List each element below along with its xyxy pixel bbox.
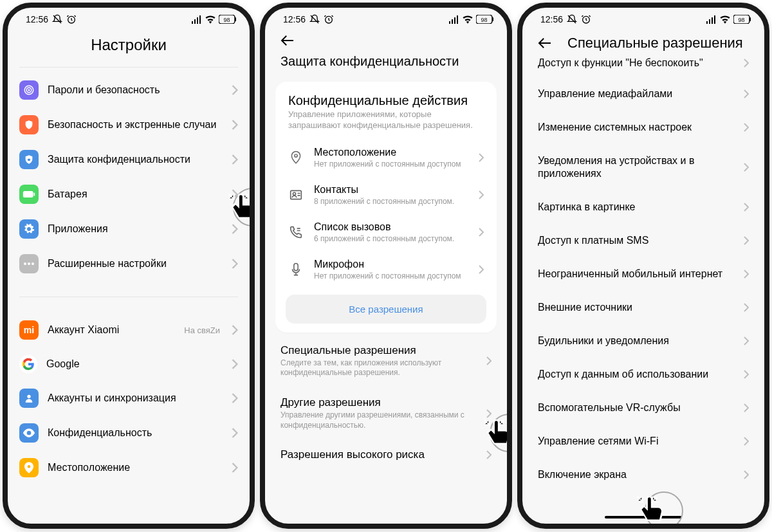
dnd-icon [567,14,577,24]
svg-point-27 [295,154,297,157]
chevron-right-icon [479,228,484,237]
card-title: Конфиденциальные действия [278,93,494,108]
lock-shield-icon [19,150,39,169]
permission-label: Неограниченный мобильный интернет [538,268,737,280]
chevron-right-icon [479,265,484,274]
row-special-permissions[interactable]: Специальные разрешенияСледите за тем, ка… [265,335,507,387]
back-icon[interactable] [538,37,552,49]
target-icon [19,80,39,100]
chevron-right-icon [486,409,492,418]
item-location[interactable]: Местоположение [8,450,250,485]
svg-rect-35 [714,15,715,24]
item-apps[interactable]: Приложения [8,212,250,246]
permission-item[interactable]: Внешние источники [522,291,764,324]
perm-contacts[interactable]: Контакты8 приложений с постоянным доступ… [278,176,494,214]
eye-icon [19,423,39,443]
svg-rect-3 [197,17,198,24]
battery-icon: 98 [476,15,494,24]
gear-icon [19,219,39,239]
item-passwords-security[interactable]: Пароли и безопасность [8,73,250,107]
mi-icon: mi [19,320,39,340]
item-battery[interactable]: Батарея [8,177,250,212]
permission-item[interactable]: Будильники и уведомления [522,324,764,358]
permission-item[interactable]: Картинка в картинке [522,190,764,224]
chevron-right-icon [744,203,749,212]
phone-privacy: 12:56 98 Защита конфиденциальности Конфи… [260,3,512,529]
permission-label: Включение экрана [538,468,737,481]
permission-item[interactable]: Доступ к данным об использовании [522,358,764,391]
svg-rect-21 [452,19,453,24]
header: Настройки [8,27,250,67]
settings-group-2: mi Аккаунт Xiaomi На свяZи Google Аккаун… [8,307,250,490]
permission-item[interactable]: Включение экрана [522,458,764,491]
svg-point-17 [27,395,30,398]
chevron-right-icon [479,190,484,199]
chevron-right-icon [232,85,238,95]
svg-point-16 [32,262,34,265]
user-icon [19,389,39,408]
chevron-right-icon [232,154,238,165]
chevron-right-icon [486,450,492,459]
perm-microphone[interactable]: МикрофонНет приложений с постоянным дост… [278,251,494,288]
phone-icon [288,225,304,240]
permission-label: Доступ к платным SMS [538,234,737,247]
permission-label: Изменение системных настроек [538,121,737,134]
svg-text:98: 98 [223,17,230,23]
pin-icon [19,458,39,477]
item-safety-emergency[interactable]: Безопасность и экстренные случаи [8,107,250,142]
chevron-right-icon [479,153,484,162]
svg-point-10 [28,89,30,91]
perm-location[interactable]: МестоположениеНет приложений с постоянны… [278,139,494,176]
alarm-icon [324,14,334,24]
item-privacy-protection[interactable]: Защита конфиденциальности [8,142,250,177]
wifi-icon [205,15,216,24]
dots-icon [19,254,39,273]
row-other-permissions[interactable]: Другие разрешенияУправление другими разр… [265,387,507,439]
statusbar: 12:56 98 [8,8,250,27]
permission-item[interactable]: Неограниченный мобильный интернет [522,257,764,291]
chevron-right-icon [232,428,238,438]
permission-item[interactable]: Управление сетями Wi-Fi [522,425,764,458]
permission-item[interactable]: Уведомления на устройствах и в приложени… [522,144,764,190]
mic-icon [288,262,304,277]
clock: 12:56 [540,14,563,24]
chevron-right-icon [744,59,749,68]
svg-rect-4 [199,15,201,24]
battery-icon: 98 [733,15,751,24]
item-xiaomi-account[interactable]: mi Аккаунт Xiaomi На свяZи [8,313,250,347]
row-high-risk-permissions[interactable]: Разрешения высокого риска [265,439,507,470]
phone-special-permissions: 12:56 98 Специальные разрешения Доступ к… [517,3,769,529]
svg-rect-22 [454,17,455,24]
permission-item[interactable]: Изменение системных настроек [522,111,764,144]
permission-item[interactable]: Доступ к платным SMS [522,224,764,257]
alarm-icon [66,14,77,24]
permission-item[interactable]: Управление медиафайлами [522,77,764,111]
chevron-right-icon [744,303,749,312]
svg-rect-33 [709,19,710,24]
item-advanced-settings[interactable]: Расширенные настройки [8,246,250,281]
clock: 12:56 [26,14,48,24]
svg-rect-23 [457,15,458,24]
item-google[interactable]: Google [8,347,250,381]
google-icon [19,355,37,373]
permission-label: Доступ к данным об использовании [538,368,737,381]
permission-item[interactable]: Доступ к функции "Не беспокоить" [522,57,764,77]
special-permissions-list: Доступ к функции "Не беспокоить"Управлен… [522,57,764,491]
permission-label: Вспомогательные VR-службы [538,401,737,414]
svg-rect-13 [34,193,35,196]
chevron-right-icon [232,120,238,130]
item-privacy[interactable]: Конфиденциальность [8,416,250,450]
permission-label: Управление сетями Wi-Fi [538,435,737,448]
battery-icon [19,185,39,204]
chevron-right-icon [744,336,749,345]
alarm-icon [581,14,591,24]
back-icon[interactable] [280,35,295,46]
clock: 12:56 [283,14,306,24]
perm-calls[interactable]: Список вызовов6 приложений с постоянным … [278,214,494,251]
item-accounts-sync[interactable]: Аккаунты и синхронизация [8,381,250,416]
svg-rect-1 [192,21,193,24]
svg-rect-12 [23,191,33,197]
chevron-right-icon [744,470,749,479]
all-permissions-button[interactable]: Все разрешения [286,295,486,324]
permission-item[interactable]: Вспомогательные VR-службы [522,391,764,425]
